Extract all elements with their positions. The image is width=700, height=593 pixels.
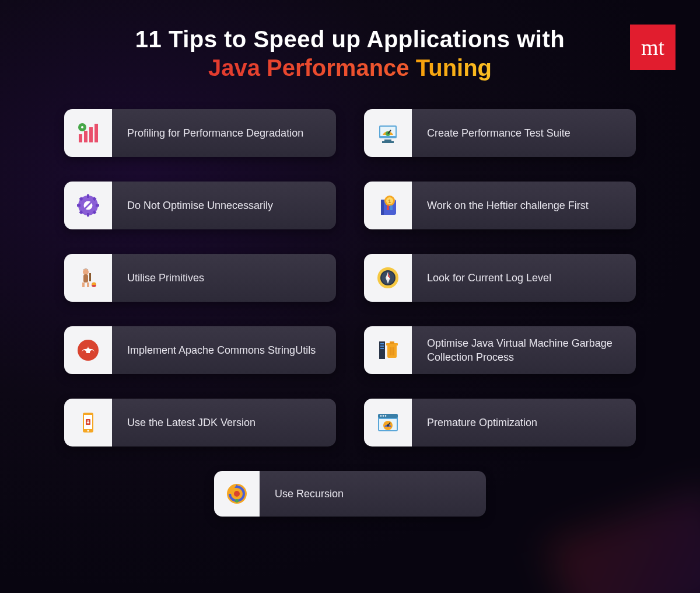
svg-point-54	[88, 430, 89, 432]
svg-rect-34	[87, 282, 89, 287]
svg-point-60	[385, 415, 387, 417]
tip-label: Optimise Java Virtual Machine Garbage Co…	[412, 336, 636, 365]
svg-rect-30	[390, 205, 393, 210]
compass-circle-icon	[364, 254, 412, 302]
tip-label: Look for Current Log Level	[412, 271, 563, 285]
svg-rect-49	[390, 347, 391, 355]
svg-rect-29	[387, 205, 389, 210]
trash-server-icon	[364, 326, 412, 374]
tips-grid: Profiling for Performance Degradation Cr…	[64, 109, 636, 517]
tip-card: Implement Apache Commons StringUtils	[64, 326, 336, 374]
svg-point-66	[234, 491, 240, 497]
svg-rect-1	[84, 131, 88, 142]
loop-circle-icon	[214, 471, 260, 517]
title-part-yellow: Tuning	[416, 55, 492, 81]
caveman-icon	[64, 254, 112, 302]
title-line1: 11 Tips to Speed up Applications with	[0, 26, 700, 53]
title-part-red: Java Performance	[208, 55, 410, 81]
tip-label: Create Performance Test Suite	[412, 126, 582, 140]
svg-rect-50	[391, 347, 393, 355]
tip-card: Premature Optimization	[364, 399, 636, 447]
svg-rect-44	[380, 346, 384, 347]
svg-rect-32	[83, 274, 88, 282]
tip-card: Use Recursion	[214, 471, 486, 517]
svg-rect-51	[393, 347, 394, 355]
svg-rect-25	[381, 200, 384, 215]
monitor-gauge-icon	[364, 109, 412, 157]
phone-download-icon	[64, 399, 112, 447]
svg-rect-43	[380, 343, 384, 344]
tip-label: Utilise Primitives	[112, 271, 216, 285]
browser-gauge-icon	[364, 399, 412, 447]
logo-badge: mt	[630, 25, 676, 70]
svg-rect-9	[382, 141, 394, 143]
svg-rect-45	[380, 348, 384, 349]
svg-rect-16	[96, 204, 99, 207]
medal-book-icon: 1	[364, 182, 412, 229]
tip-label: Do Not Optimise Unnecessarily	[112, 198, 285, 212]
stumble-icon	[64, 326, 112, 374]
tip-card: Create Performance Test Suite	[364, 109, 636, 157]
tip-card: Profiling for Performance Degradation	[64, 109, 336, 157]
svg-point-59	[383, 415, 384, 417]
svg-rect-35	[89, 273, 91, 281]
tip-label: Use the Latest JDK Version	[112, 416, 267, 430]
tip-label: Profiling for Performance Degradation	[112, 126, 315, 140]
svg-rect-14	[87, 213, 89, 217]
gear-forbid-icon	[64, 182, 112, 229]
svg-text:1: 1	[388, 198, 391, 204]
svg-point-67	[235, 499, 239, 503]
tip-card: Do Not Optimise Unnecessarily	[64, 182, 336, 229]
tip-card: 1 Work on the Heftier challenge First	[364, 182, 636, 229]
svg-rect-0	[79, 134, 82, 142]
tip-label: Work on the Heftier challenge First	[412, 198, 600, 212]
tip-label: Use Recursion	[260, 487, 355, 501]
svg-point-64	[387, 424, 389, 427]
svg-point-40	[387, 277, 389, 279]
svg-point-58	[380, 415, 382, 417]
svg-rect-2	[89, 127, 93, 142]
svg-point-5	[81, 126, 83, 128]
tip-card: Look for Current Log Level	[364, 254, 636, 302]
chart-bar-gear-icon	[64, 109, 112, 157]
tip-card: Utilise Primitives	[64, 254, 336, 302]
svg-rect-15	[77, 204, 80, 207]
tip-label: Implement Apache Commons StringUtils	[112, 343, 327, 357]
page-title: 11 Tips to Speed up Applications with Ja…	[0, 0, 700, 81]
logo-text: mt	[641, 34, 664, 60]
tip-card: Use the Latest JDK Version	[64, 399, 336, 447]
svg-rect-48	[390, 341, 394, 344]
svg-point-31	[83, 269, 89, 275]
tip-label: Premature Optimization	[412, 416, 549, 430]
title-line2: Java Performance Tuning	[0, 55, 700, 81]
svg-rect-33	[82, 282, 85, 287]
svg-rect-8	[384, 139, 391, 141]
tip-card: Optimise Java Virtual Machine Garbage Co…	[364, 326, 636, 374]
svg-rect-3	[94, 124, 98, 142]
svg-rect-13	[87, 194, 89, 198]
